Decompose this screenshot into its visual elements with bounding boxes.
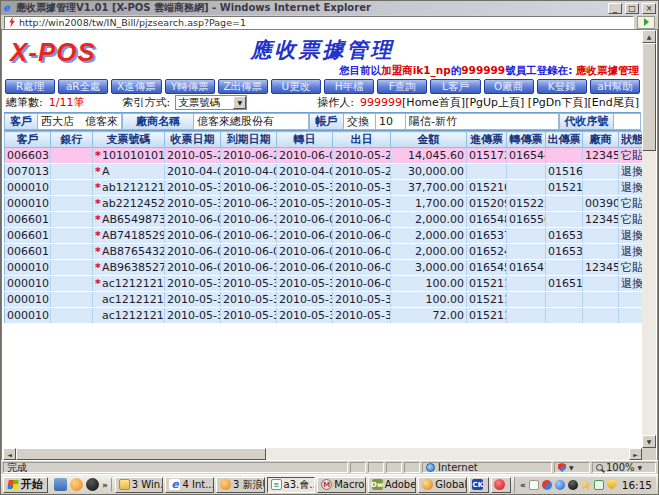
address-input[interactable]: http://win2008/tw/IN_Bill/pjzsearch.asp?… [4, 16, 634, 29]
go-button[interactable] [637, 16, 655, 29]
horizontal-scrollbar[interactable]: ◄ ► [3, 448, 642, 460]
total-value: 1/11筆 [49, 95, 85, 110]
account-bank-field[interactable]: 陽信-新竹 [406, 113, 559, 130]
scroll-right-icon[interactable]: ► [629, 448, 642, 460]
vertical-scrollbar[interactable]: ▲ ▼ [642, 30, 656, 448]
cell-in-voucher: 015172 [467, 148, 507, 164]
cell-amount: 2,000.00 [391, 212, 467, 228]
sync-icon[interactable] [542, 480, 552, 490]
table-row[interactable]: 006601 *AB87654321 2010-06-01 2010-06-01… [5, 244, 643, 260]
cell-vendor [583, 228, 619, 244]
cell-transfer-voucher [507, 164, 546, 180]
start-button[interactable]: 开始 [3, 477, 48, 493]
cell-status: 它貼 [619, 212, 643, 228]
cell-vendor [583, 244, 619, 260]
taskbar-task-button[interactable] [491, 477, 511, 493]
shield-icon[interactable] [607, 480, 617, 490]
col-customer: 客戶 [5, 132, 51, 148]
minimize-button[interactable]: _ [608, 3, 622, 14]
toolbar-button[interactable]: Y轉傳票 [165, 79, 215, 94]
account-no-field[interactable]: 10 [376, 113, 406, 130]
cell-transfer-voucher: 016550 [507, 212, 546, 228]
flag-asterisk: * [95, 213, 102, 226]
tray-collapse-icon[interactable]: « [520, 480, 526, 490]
toolbar-button[interactable]: H年檔 [324, 79, 374, 94]
vertical-scroll-thumb[interactable] [642, 43, 656, 151]
taskbar-clock: 16:15 [622, 479, 652, 491]
qq-icon[interactable] [86, 478, 99, 491]
taskbar-task-button[interactable]: 3 Win... ▼ [115, 477, 164, 493]
page-content: X-POS 應收票據管理 您目前以加盟商ik1_np的999999號員工登錄在:… [1, 30, 658, 460]
taskbar-task-button[interactable]: 3 新浪UC ▼ [216, 477, 265, 493]
close-button[interactable]: × [642, 3, 656, 14]
scroll-up-icon[interactable]: ▲ [642, 30, 656, 43]
taskbar-task-button[interactable]: Dw Adobe ... [368, 477, 417, 493]
col-amount: 金額 [391, 132, 467, 148]
table-row[interactable]: 000010 ac12121213 2010-05-30 2010-05-31 … [5, 292, 643, 308]
cell-status: 它貼 [619, 148, 643, 164]
toolbar-button[interactable]: Z出傳票 [218, 79, 268, 94]
taskbar-task-button[interactable]: e 4 Int... ▼ [165, 477, 214, 493]
cell-due-date: 2010-06-30 [221, 196, 277, 212]
window-icon[interactable] [54, 478, 67, 491]
taskbar-task-button[interactable]: Global... [418, 477, 467, 493]
taskbar-task-button[interactable]: M Macrom... [317, 477, 366, 493]
cell-out-date: 2010-06-04 [333, 228, 391, 244]
table-row[interactable]: 006601 *AB65498732 2010-06-04 2010-06-12… [5, 212, 643, 228]
toolbar-button[interactable]: aH幫助 [590, 79, 640, 94]
toolbar-button[interactable]: R處理 [5, 79, 55, 94]
cell-transfer-voucher [507, 292, 546, 308]
scroll-left-icon[interactable]: ◄ [3, 448, 16, 460]
index-mode-select[interactable]: 支票號碼 ▼ [175, 95, 247, 110]
customer-field[interactable]: 西大店 億客來 [38, 113, 122, 130]
operator-value: 999999 [360, 96, 402, 109]
qq-icon[interactable] [568, 480, 578, 490]
toolbar-button[interactable]: F查詢 [377, 79, 427, 94]
table-row[interactable]: 000010 *ab22124521 2010-05-30 2010-06-30… [5, 196, 643, 212]
toolbar-button[interactable]: O廠商 [484, 79, 534, 94]
table-row[interactable]: 000010 *ab12121212 2010-05-30 2010-06-30… [5, 180, 643, 196]
maximize-button[interactable]: □ [625, 3, 639, 14]
vendor-name-field[interactable]: 億客來總股份有 [194, 113, 309, 130]
index-mode-label: 索引方式: [122, 95, 170, 110]
col-due-date: 到期日期 [221, 132, 277, 148]
toolbar-button[interactable]: aR全處 [58, 79, 108, 94]
cell-out-voucher [546, 196, 583, 212]
zoom-pane[interactable]: 100% ▼ [592, 462, 656, 473]
table-row[interactable]: 006603 *1010101010 2010-05-21 2010-06-21… [5, 148, 643, 164]
cell-in-voucher: 016545 [467, 260, 507, 276]
protected-mode-pane[interactable]: ▼ [554, 462, 590, 473]
cell-receive-date: 2010-06-04 [165, 228, 221, 244]
cell-out-voucher [546, 308, 583, 324]
cell-receive-date: 2010-05-21 [165, 148, 221, 164]
scrollbar-corner [642, 448, 656, 460]
collect-serial-field[interactable] [614, 113, 641, 130]
table-row[interactable]: 007013 *A 2010-04-01 2010-04-01 2010-04-… [5, 164, 643, 180]
toolbar-button[interactable]: X進傳票 [111, 79, 161, 94]
flag-asterisk: * [95, 245, 102, 258]
table-row[interactable]: 006601 *AB74185296 2010-06-04 2010-06-15… [5, 228, 643, 244]
uc-icon[interactable] [70, 478, 83, 491]
account-type-field[interactable]: 交換 [344, 113, 376, 130]
calendar-icon[interactable] [594, 480, 604, 490]
cell-out-voucher [546, 260, 583, 276]
favorites-icon[interactable] [581, 480, 591, 490]
overflow-chevron-icon[interactable]: » [102, 480, 108, 490]
toolbar-button[interactable]: U更改 [271, 79, 321, 94]
messenger-icon[interactable] [555, 480, 565, 490]
cell-transfer-date: 2010-06-04 [277, 148, 333, 164]
table-row[interactable]: 000010 *AB96385274 2010-06-04 2010-06-12… [5, 260, 643, 276]
toolbar-button[interactable]: K登錄 [537, 79, 587, 94]
horizontal-scroll-thumb[interactable] [16, 448, 266, 460]
taskbar-task-button[interactable]: ≡ a3.會... [267, 477, 316, 493]
notepad-icon[interactable] [529, 480, 539, 490]
table-row[interactable]: 000010 ac12121213 2010-05-30 2010-05-31 … [5, 308, 643, 324]
taskbar-task-button[interactable]: CK [469, 477, 489, 493]
table-row[interactable]: 000010 *ac12121212 2010-05-30 2010-05-31… [5, 276, 643, 292]
scroll-down-icon[interactable]: ▼ [642, 435, 656, 448]
chevron-down-icon[interactable]: ▼ [233, 96, 246, 109]
red-icon [494, 479, 505, 490]
cell-bank [51, 228, 93, 244]
toolbar-button[interactable]: L客戶 [430, 79, 480, 94]
cell-status [619, 308, 643, 324]
